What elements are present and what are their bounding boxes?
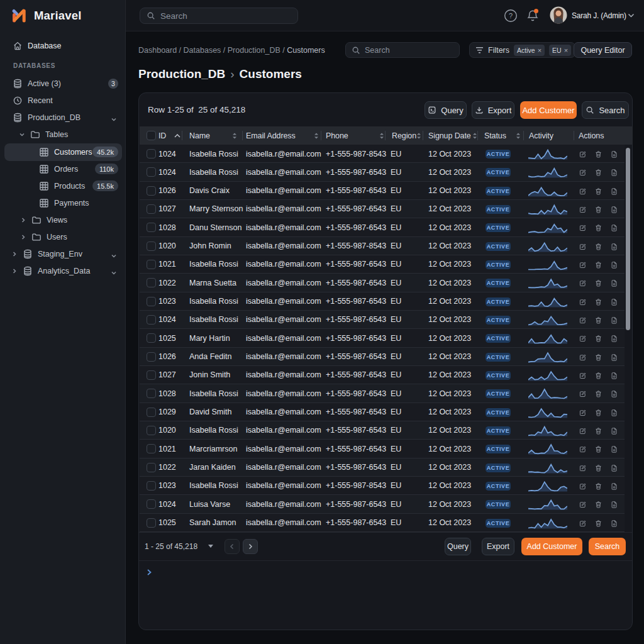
svg-text:?: ? <box>509 12 513 19</box>
